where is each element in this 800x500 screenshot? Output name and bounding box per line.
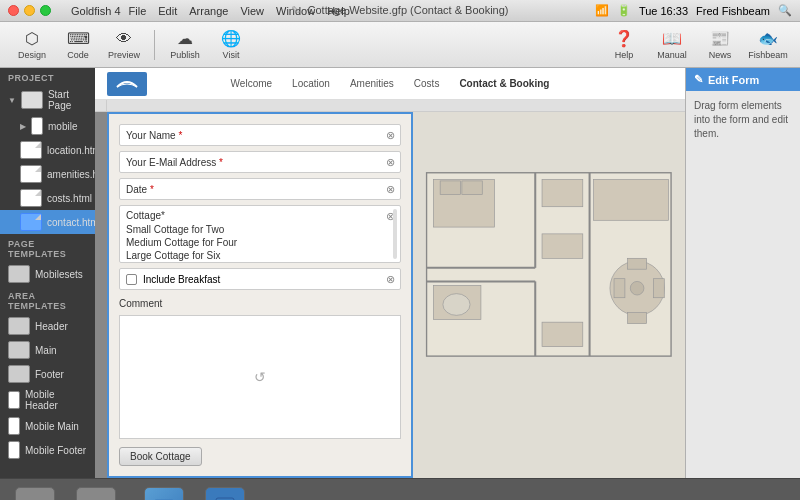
right-panel-title: Edit Form: [708, 74, 759, 86]
expand-arrow-mobile: ▶: [20, 122, 26, 131]
field-cottage[interactable]: Cottage * ⊗ Small Cottage for Two Medium…: [119, 205, 401, 263]
fishbeam-button[interactable]: 🐟 Fishbeam: [746, 26, 790, 64]
svg-rect-17: [628, 258, 647, 269]
tool-text-field[interactable]: A I Text Field: [15, 487, 55, 501]
publish-group: ☁ Publish 🌐 Visit: [163, 26, 253, 64]
form-section: Your Name * ⊗ Your E-Mail Address * ⊗: [107, 112, 413, 478]
sidebar-label-mobile-header: Mobile Header: [25, 389, 87, 411]
clock: Tue 16:33: [639, 5, 688, 17]
tool-checkbox-icon: [205, 487, 245, 501]
cottage-option-2[interactable]: Medium Cottage for Four: [126, 236, 394, 249]
maximize-button[interactable]: [40, 5, 51, 16]
comment-cursor: ↺: [254, 369, 266, 385]
breakfast-clear[interactable]: ⊗: [386, 273, 395, 286]
tool-multiline-icon: A ═: [76, 487, 116, 501]
sidebar-item-contact[interactable]: contact.html: [0, 210, 95, 234]
svg-rect-20: [542, 234, 583, 258]
svg-rect-18: [628, 313, 647, 324]
right-panel: ✎ Edit Form Drag form elements into the …: [685, 68, 800, 478]
right-panel-description: Drag form elements into the form and edi…: [694, 100, 788, 139]
sidebar-label-main: Main: [35, 345, 57, 356]
nav-link-location[interactable]: Location: [292, 78, 330, 89]
breakfast-checkbox[interactable]: [126, 274, 137, 285]
close-button[interactable]: [8, 5, 19, 16]
tool-selection[interactable]: ▼ Selection E...: [137, 487, 190, 501]
sidebar-item-mobile-footer[interactable]: Mobile Footer: [0, 438, 95, 462]
tool-multiline[interactable]: A ═ Multiline Te...: [70, 487, 122, 501]
svg-rect-12: [594, 180, 669, 221]
code-button[interactable]: ⌨ Code: [56, 26, 100, 64]
sidebar-item-amenities[interactable]: amenities.html: [0, 162, 95, 186]
svg-rect-11: [542, 180, 583, 207]
sidebar-item-main[interactable]: Main: [0, 338, 95, 362]
menu-view[interactable]: View: [240, 5, 264, 17]
nav-link-contact[interactable]: Contact & Booking: [459, 78, 549, 89]
mobile-icon-main: [8, 417, 20, 435]
area-icon-footer: [8, 365, 30, 383]
app-title: Goldfish 4: [71, 5, 121, 17]
manual-button[interactable]: 📖 Manual: [650, 26, 694, 64]
field-name-clear[interactable]: ⊗: [386, 129, 395, 142]
svg-point-10: [443, 294, 470, 316]
sidebar-label-footer: Footer: [35, 369, 64, 380]
field-email-clear[interactable]: ⊗: [386, 156, 395, 169]
nav-link-costs[interactable]: Costs: [414, 78, 440, 89]
floor-plan-image: [413, 112, 685, 478]
form-inner: Your Name * ⊗ Your E-Mail Address * ⊗: [109, 114, 411, 476]
toolbar-right: ❓ Help 📖 Manual 📰 News 🐟 Fishbeam: [602, 26, 790, 64]
publish-button[interactable]: ☁ Publish: [163, 26, 207, 64]
search-icon[interactable]: 🔍: [778, 4, 792, 17]
file-icon-location: [20, 141, 42, 159]
nav-link-amenities[interactable]: Amenities: [350, 78, 394, 89]
menu-edit[interactable]: Edit: [158, 5, 177, 17]
minimize-button[interactable]: [24, 5, 35, 16]
edit-form-icon: ✎: [694, 73, 703, 86]
visit-button[interactable]: 🌐 Visit: [209, 26, 253, 64]
sidebar-item-mobile-main[interactable]: Mobile Main: [0, 414, 95, 438]
sidebar-item-footer[interactable]: Footer: [0, 362, 95, 386]
preview-button[interactable]: 👁 Preview: [102, 26, 146, 64]
field-name[interactable]: Your Name * ⊗: [119, 124, 401, 146]
sidebar-item-mobile[interactable]: ▶ mobile: [0, 114, 95, 138]
sidebar-item-header[interactable]: Header: [0, 314, 95, 338]
expand-arrow: ▼: [8, 96, 16, 105]
menu-file[interactable]: File: [129, 5, 147, 17]
field-breakfast[interactable]: Include Breakfast ⊗: [119, 268, 401, 290]
sidebar-item-location[interactable]: location.html: [0, 138, 95, 162]
area-icon-main: [8, 341, 30, 359]
content-area: Welcome Location Amenities Costs Contact…: [95, 68, 685, 478]
page-templates-header: PAGE TEMPLATES: [0, 234, 95, 262]
comment-textarea[interactable]: ↺: [119, 315, 401, 439]
sidebar-item-mobilesets[interactable]: Mobilesets: [0, 262, 95, 286]
sidebar-item-mobile-header[interactable]: Mobile Header: [0, 386, 95, 414]
design-button[interactable]: ⬡ Design: [10, 26, 54, 64]
page-icon: [21, 91, 43, 109]
sidebar-item-costs[interactable]: costs.html: [0, 186, 95, 210]
file-icon-amenities: [20, 165, 42, 183]
cottage-option-1[interactable]: Small Cottage for Two: [126, 223, 394, 236]
field-email[interactable]: Your E-Mail Address * ⊗: [119, 151, 401, 173]
tool-selection-icon: ▼: [144, 487, 184, 501]
sidebar-label-header: Header: [35, 321, 68, 332]
field-date[interactable]: Date * ⊗: [119, 178, 401, 200]
mobile-icon: [31, 117, 43, 135]
field-date-label: Date *: [126, 184, 154, 195]
project-header: PROJECT: [0, 68, 95, 86]
site-logo: [107, 72, 147, 96]
mobile-icon-header: [8, 391, 20, 409]
menu-arrange[interactable]: Arrange: [189, 5, 228, 17]
ruler-horizontal: [95, 100, 685, 112]
wifi-icon: 📶: [595, 4, 609, 17]
svg-rect-19: [542, 322, 583, 346]
news-button[interactable]: 📰 News: [698, 26, 742, 64]
sidebar-item-startpage[interactable]: ▼ Start Page: [0, 86, 95, 114]
submit-button[interactable]: Book Cottage: [119, 447, 202, 466]
sidebar-label-location: location.html: [47, 145, 95, 156]
mobile-icon-footer: [8, 441, 20, 459]
cottage-option-3[interactable]: Large Cottage for Six: [126, 249, 394, 262]
comment-label: Comment: [119, 295, 401, 310]
field-date-clear[interactable]: ⊗: [386, 183, 395, 196]
nav-link-welcome[interactable]: Welcome: [231, 78, 273, 89]
tool-checkbox[interactable]: Checkbox: [205, 487, 245, 501]
help-button[interactable]: ❓ Help: [602, 26, 646, 64]
